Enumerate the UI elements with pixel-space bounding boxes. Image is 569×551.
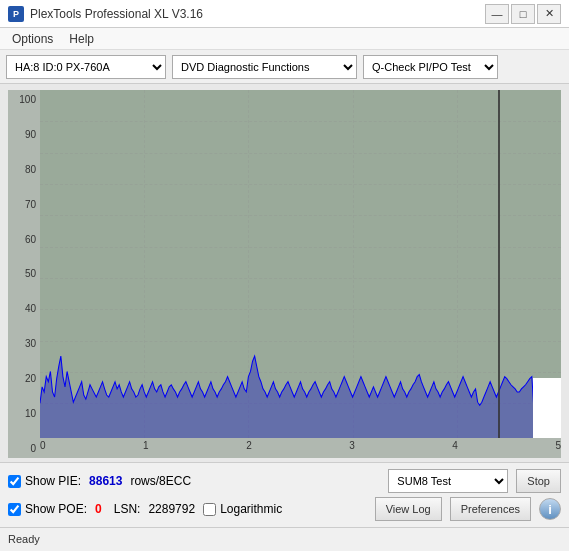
show-poe-checkbox[interactable] xyxy=(8,503,21,516)
app-icon: P xyxy=(8,6,24,22)
title-bar: P PlexTools Professional XL V3.16 — □ ✕ xyxy=(0,0,569,28)
log-checkbox-group: Logarithmic xyxy=(203,502,282,516)
function-select[interactable]: DVD Diagnostic Functions xyxy=(172,55,357,79)
controls-row-2: Show POE: 0 LSN: 2289792 Logarithmic Vie… xyxy=(8,497,561,521)
show-poe-label: Show POE: xyxy=(25,502,87,516)
x-label-2: 2 xyxy=(246,440,252,451)
white-box xyxy=(533,378,561,438)
menu-bar: Options Help xyxy=(0,28,569,50)
y-label-50: 50 xyxy=(8,268,36,279)
y-label-10: 10 xyxy=(8,408,36,419)
logarithmic-checkbox[interactable] xyxy=(203,503,216,516)
y-label-40: 40 xyxy=(8,303,36,314)
info-button[interactable]: i xyxy=(539,498,561,520)
controls-row-1: Show PIE: 88613 rows/8ECC SUM8 Test Stop xyxy=(8,469,561,493)
stop-button[interactable]: Stop xyxy=(516,469,561,493)
window-title: PlexTools Professional XL V3.16 xyxy=(30,7,203,21)
minimize-button[interactable]: — xyxy=(485,4,509,24)
x-label-0: 0 xyxy=(40,440,46,451)
y-label-80: 80 xyxy=(8,164,36,175)
controls-area: Show PIE: 88613 rows/8ECC SUM8 Test Stop… xyxy=(0,462,569,527)
status-text: Ready xyxy=(8,533,40,545)
menu-options[interactable]: Options xyxy=(4,30,61,48)
svg-marker-0 xyxy=(40,356,561,438)
x-label-1: 1 xyxy=(143,440,149,451)
pie-value: 88613 xyxy=(89,474,122,488)
y-label-30: 30 xyxy=(8,338,36,349)
show-pie-label: Show PIE: xyxy=(25,474,81,488)
poe-value: 0 xyxy=(95,502,102,516)
sum-test-select[interactable]: SUM8 Test xyxy=(388,469,508,493)
chart-container: 100 90 80 70 60 50 40 30 20 10 0 xyxy=(0,84,569,462)
chart-plot xyxy=(40,90,561,438)
logarithmic-label: Logarithmic xyxy=(220,502,282,516)
status-bar: Ready xyxy=(0,527,569,549)
title-bar-left: P PlexTools Professional XL V3.16 xyxy=(8,6,203,22)
marker-line xyxy=(498,90,500,438)
x-label-4: 4 xyxy=(452,440,458,451)
x-label-5: 5 xyxy=(555,440,561,451)
drive-select[interactable]: HA:8 ID:0 PX-760A xyxy=(6,55,166,79)
y-label-20: 20 xyxy=(8,373,36,384)
close-button[interactable]: ✕ xyxy=(537,4,561,24)
show-pie-checkbox[interactable] xyxy=(8,475,21,488)
pie-checkbox-group: Show PIE: xyxy=(8,474,81,488)
y-label-70: 70 xyxy=(8,199,36,210)
y-label-0: 0 xyxy=(8,443,36,454)
x-axis: 0 1 2 3 4 5 xyxy=(40,438,561,458)
title-bar-controls: — □ ✕ xyxy=(485,4,561,24)
chart-svg xyxy=(40,90,561,438)
lsn-label: LSN: xyxy=(114,502,141,516)
preferences-button[interactable]: Preferences xyxy=(450,497,531,521)
y-axis: 100 90 80 70 60 50 40 30 20 10 0 xyxy=(8,90,40,458)
maximize-button[interactable]: □ xyxy=(511,4,535,24)
y-label-100: 100 xyxy=(8,94,36,105)
chart-inner: 100 90 80 70 60 50 40 30 20 10 0 xyxy=(8,90,561,458)
poe-checkbox-group: Show POE: xyxy=(8,502,87,516)
lsn-value: 2289792 xyxy=(148,502,195,516)
x-label-3: 3 xyxy=(349,440,355,451)
view-log-button[interactable]: View Log xyxy=(375,497,442,521)
test-select[interactable]: Q-Check PI/PO Test xyxy=(363,55,498,79)
menu-help[interactable]: Help xyxy=(61,30,102,48)
toolbar: HA:8 ID:0 PX-760A DVD Diagnostic Functio… xyxy=(0,50,569,84)
y-label-60: 60 xyxy=(8,234,36,245)
y-label-90: 90 xyxy=(8,129,36,140)
rows-label: rows/8ECC xyxy=(130,474,191,488)
